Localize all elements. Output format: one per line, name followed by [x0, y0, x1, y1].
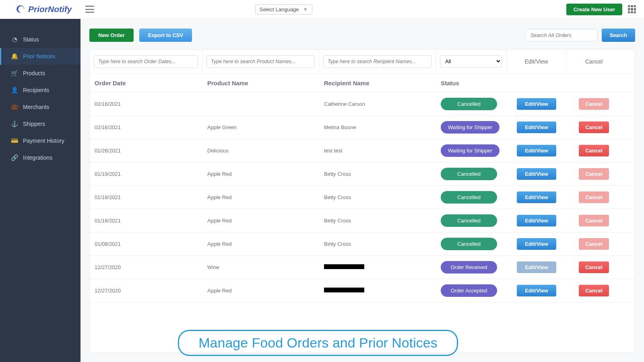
table-row: 12/27/2020Apple RedOrder AcceptedEdit/Vi…: [90, 279, 635, 302]
cell-recipient-name: Melina Boone: [319, 119, 436, 136]
status-badge: Cancelled: [441, 98, 497, 110]
table-row: 01/18/2021Apple RedBetty CrossCancelledE…: [90, 209, 635, 232]
action-bar: New Order Export to CSV Search: [80, 19, 644, 49]
cell-status: Cancelled: [436, 162, 506, 186]
cell-order-date: 01/18/2021: [90, 212, 202, 229]
status-badge: Cancelled: [441, 168, 497, 180]
status-badge: Waiting for Shipper: [441, 144, 500, 157]
cell-order-date: 12/27/2020: [90, 282, 202, 299]
orders-panel: All Edit/View Cancel Order Date Product …: [89, 49, 635, 353]
cell-status: Waiting for Shipper: [436, 139, 506, 162]
header-order-date: Order Date: [90, 74, 202, 92]
sidebar-item-integrations[interactable]: 🔗Integrations: [0, 149, 80, 166]
anchor-icon: ⚓: [11, 120, 18, 128]
cell-order-date: 01/26/2021: [90, 142, 202, 159]
status-badge: Cancelled: [441, 238, 497, 250]
status-badge: Order Received: [441, 261, 497, 274]
cell-recipient-name: Betty Cross: [319, 165, 436, 183]
briefcase-icon: 💼: [11, 103, 18, 111]
cell-product-name: Wine: [202, 259, 319, 276]
sidebar-item-merchants[interactable]: 💼Merchants: [0, 99, 80, 115]
cancel-button[interactable]: Cancel: [579, 238, 609, 250]
cell-status: Cancelled: [436, 185, 506, 209]
sidebar-item-label: Status: [23, 36, 39, 43]
cell-order-date: 01/08/2021: [90, 235, 202, 253]
edit-view-button[interactable]: Edit/View: [517, 145, 556, 156]
cell-order-date: 02/16/2021: [90, 119, 202, 136]
table-body: 02/16/2021Catherine CarsonCancelledEdit/…: [90, 93, 635, 353]
cancel-button[interactable]: Cancel: [579, 168, 609, 180]
cell-status: Cancelled: [436, 209, 506, 232]
cancel-button[interactable]: Cancel: [579, 98, 609, 110]
cell-recipient-name: [319, 282, 436, 299]
status-badge: Waiting for Shipper: [441, 121, 500, 134]
filter-order-date-input[interactable]: [94, 55, 198, 68]
cell-product-name: Delicious: [202, 142, 319, 159]
cell-status: Waiting for Shipper: [436, 115, 506, 139]
status-icon: ◔: [11, 36, 18, 43]
header-cancel: Cancel: [585, 58, 603, 65]
search-orders-input[interactable]: [525, 29, 598, 41]
cell-order-date: 01/19/2021: [90, 165, 202, 183]
sidebar-item-recipients[interactable]: 👤Recipients: [0, 82, 80, 99]
filter-recipient-name-input[interactable]: [323, 55, 431, 68]
sidebar-item-label: Products: [23, 70, 45, 76]
cell-product-name: [202, 99, 319, 110]
edit-view-button[interactable]: Edit/View: [517, 191, 556, 203]
cell-order-date: 02/16/2021: [90, 95, 202, 113]
cell-recipient-name: test test: [319, 142, 436, 159]
cell-product-name: Apple Red: [202, 212, 319, 229]
new-order-button[interactable]: New Order: [89, 29, 134, 42]
redacted-text: [324, 264, 364, 269]
cancel-button[interactable]: Cancel: [579, 145, 609, 156]
apps-grid-icon[interactable]: [628, 5, 636, 13]
cart-icon: 🛒: [11, 70, 18, 77]
cell-recipient-name: Betty Cross: [319, 212, 436, 229]
status-badge: Cancelled: [441, 214, 497, 227]
sidebar-item-label: Prior Notices: [23, 53, 55, 60]
cell-status: Cancelled: [436, 232, 506, 256]
edit-view-button[interactable]: Edit/View: [517, 238, 556, 250]
sidebar-item-status[interactable]: ◔Status: [0, 31, 80, 48]
topbar: PriorNotify Select Language ▼ Create New…: [0, 0, 644, 19]
cell-product-name: Apple Red: [202, 235, 319, 253]
create-new-user-button[interactable]: Create New User: [566, 4, 622, 15]
filter-product-name-input[interactable]: [206, 55, 315, 68]
cancel-button[interactable]: Cancel: [579, 191, 609, 203]
edit-view-button[interactable]: Edit/View: [517, 121, 556, 133]
cancel-button[interactable]: Cancel: [579, 261, 609, 273]
cell-status: Order Accepted: [436, 279, 506, 302]
cancel-button[interactable]: Cancel: [579, 121, 609, 133]
main-content: New Order Export to CSV Search: [80, 19, 644, 362]
edit-view-button[interactable]: Edit/View: [517, 285, 556, 296]
edit-view-button[interactable]: Edit/View: [517, 168, 556, 180]
export-csv-button[interactable]: Export to CSV: [139, 29, 192, 42]
card-icon: 💳: [11, 137, 18, 144]
cell-recipient-name: [319, 259, 436, 276]
sidebar-item-label: Payment History: [23, 138, 64, 144]
status-badge: Cancelled: [441, 191, 497, 204]
edit-view-button[interactable]: Edit/View: [517, 215, 556, 226]
sidebar: ◔Status🔔Prior Notices🛒Products👤Recipient…: [0, 19, 80, 362]
redacted-text: [324, 288, 364, 292]
cancel-button[interactable]: Cancel: [579, 285, 609, 296]
edit-view-button[interactable]: Edit/View: [517, 261, 556, 273]
cancel-button[interactable]: Cancel: [579, 215, 609, 226]
header-editview: Edit/View: [524, 58, 548, 65]
sidebar-item-prior-notices[interactable]: 🔔Prior Notices: [0, 48, 80, 65]
sidebar-item-payment-history[interactable]: 💳Payment History: [0, 132, 80, 149]
menu-toggle-icon[interactable]: [85, 6, 94, 13]
table-row: 01/08/2021Apple RedBetty CrossCancelledE…: [90, 232, 635, 256]
bell-icon: 🔔: [11, 53, 18, 60]
chevron-down-icon: ▼: [303, 6, 308, 12]
filter-status-select[interactable]: All: [440, 55, 502, 68]
sidebar-item-products[interactable]: 🛒Products: [0, 65, 80, 82]
edit-view-button[interactable]: Edit/View: [517, 98, 556, 110]
cell-order-date: 12/27/2020: [90, 259, 202, 276]
search-button[interactable]: Search: [602, 29, 635, 42]
header-recipient-name: Recipient Name: [319, 74, 436, 92]
language-select[interactable]: Select Language ▼: [255, 4, 312, 14]
sidebar-item-shippers[interactable]: ⚓Shippers: [0, 115, 80, 132]
cell-product-name: Apple Green: [202, 119, 319, 136]
table-header: Order Date Product Name Recipient Name S…: [90, 74, 635, 93]
